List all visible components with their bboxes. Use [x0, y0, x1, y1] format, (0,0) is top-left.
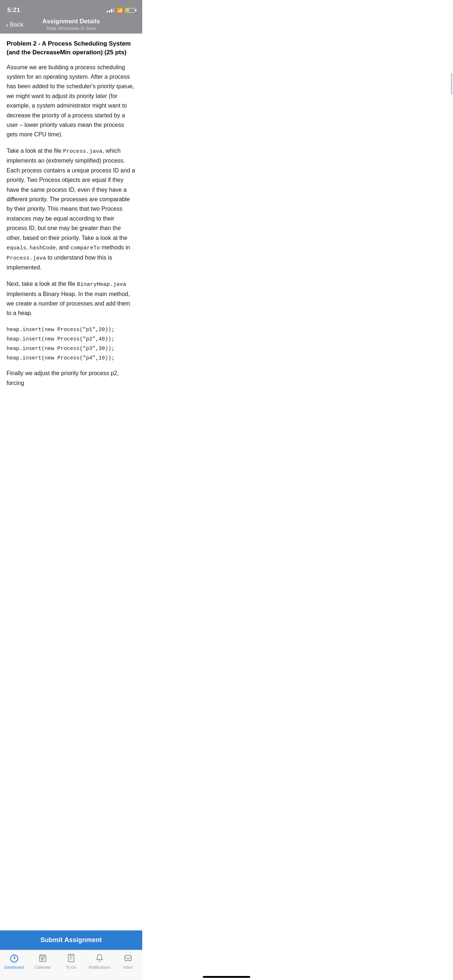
- tab-notifications[interactable]: Notifications: [85, 954, 114, 969]
- inbox-icon: [124, 954, 132, 964]
- svg-rect-15: [68, 955, 74, 956]
- battery-icon: [125, 8, 135, 13]
- code-binaryheap: BinaryHeap.java: [77, 282, 126, 288]
- code-equals: equals: [6, 245, 26, 251]
- tab-bar: Dashboard Calendar: [0, 950, 142, 980]
- calendar-icon: [38, 954, 47, 964]
- tab-inbox[interactable]: Inbox: [114, 954, 142, 969]
- dashboard-label: Dashboard: [4, 966, 24, 969]
- calendar-label: Calendar: [35, 966, 51, 969]
- status-bar: 5:21 📶: [0, 0, 142, 18]
- code-process-java-1: Process.java: [63, 148, 102, 154]
- nav-title: Assignment Details: [42, 18, 100, 25]
- back-label: Back: [10, 21, 24, 29]
- nav-title-block: Assignment Details Data Structures in Ja…: [42, 18, 100, 31]
- status-time: 5:21: [7, 6, 20, 14]
- paragraph-1: Assume we are building a process schedul…: [6, 63, 136, 140]
- nav-bar: ‹ Back Assignment Details Data Structure…: [0, 18, 142, 33]
- cutoff-paragraph: Finally we adjust the priority for proce…: [6, 369, 136, 388]
- dashboard-icon: [10, 954, 19, 964]
- code-line-2: heap.insert(new Process("p2",40));: [6, 334, 136, 344]
- svg-rect-9: [41, 959, 42, 961]
- tab-dashboard[interactable]: Dashboard: [0, 954, 29, 969]
- svg-rect-10: [42, 959, 43, 961]
- notifications-label: Notifications: [89, 966, 110, 969]
- code-compareto: compareTo: [70, 245, 100, 251]
- status-icons: 📶: [107, 7, 135, 13]
- svg-rect-7: [42, 958, 43, 959]
- tab-calendar[interactable]: Calendar: [29, 954, 57, 969]
- notifications-icon: [95, 954, 104, 964]
- submit-bar: Submit Assignment: [0, 931, 142, 950]
- paragraph-3: Next, take a look at the file BinaryHeap…: [6, 279, 136, 318]
- code-line-1: heap.insert(new Process("p1",20));: [6, 325, 136, 334]
- tab-todo[interactable]: To Do: [57, 954, 85, 969]
- svg-rect-16: [125, 956, 131, 961]
- submit-assignment-button[interactable]: Submit Assignment: [0, 936, 142, 944]
- content-area: Problem 2 - A Process Scheduling System …: [0, 33, 142, 417]
- back-button[interactable]: ‹ Back: [6, 21, 23, 29]
- svg-rect-6: [41, 958, 42, 959]
- svg-point-1: [14, 958, 15, 959]
- chevron-left-icon: ‹: [6, 21, 8, 29]
- code-line-4: heap.insert(new Process("p4",10));: [6, 353, 136, 363]
- code-hashcode: hashCode: [30, 245, 56, 251]
- paragraph-2: Take a look at the file Process.java, wh…: [6, 146, 136, 273]
- nav-subtitle: Data Structures in Java: [42, 25, 100, 32]
- wifi-icon: 📶: [117, 7, 123, 13]
- code-process-java-2: Process.java: [6, 255, 46, 261]
- code-block: heap.insert(new Process("p1",20)); heap.…: [6, 325, 136, 363]
- todo-label: To Do: [66, 966, 77, 969]
- inbox-label: Inbox: [123, 966, 133, 969]
- problem-title: Problem 2 - A Process Scheduling System …: [6, 40, 136, 57]
- signal-icon: [107, 8, 115, 13]
- code-line-3: heap.insert(new Process("p3",30));: [6, 344, 136, 353]
- todo-icon: [67, 954, 75, 964]
- svg-rect-8: [43, 958, 45, 959]
